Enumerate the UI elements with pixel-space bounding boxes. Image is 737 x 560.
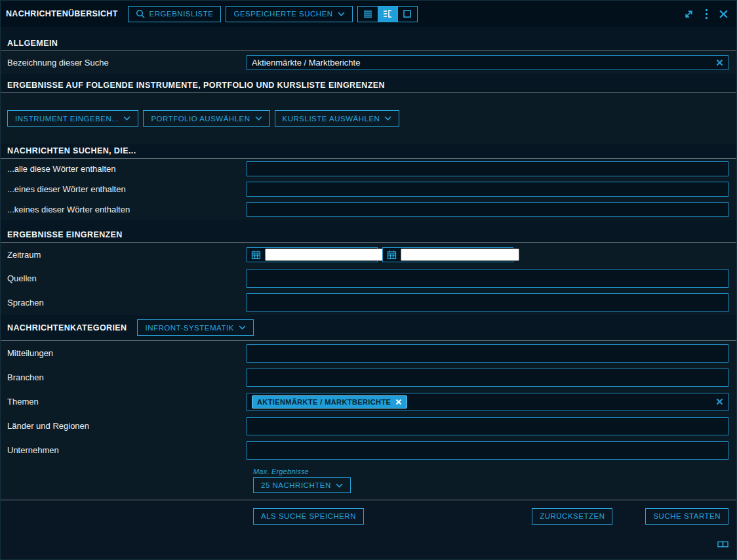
instrument-filter-row: INSTRUMENT EINGEBEN... PORTFOLIO AUSWÄHL… <box>1 93 736 144</box>
max-results-dropdown[interactable]: 25 NACHRICHTEN <box>253 477 351 493</box>
page-title: NACHRICHTENÜBERSICHT <box>6 9 118 18</box>
industries-input[interactable] <box>252 372 723 382</box>
chevron-down-icon <box>123 116 130 121</box>
countries-field[interactable] <box>247 417 728 435</box>
companies-label: Unternehmen <box>1 445 247 455</box>
sources-input[interactable] <box>252 273 723 283</box>
all-words-field[interactable] <box>247 161 728 176</box>
results-list-button[interactable]: ERGEBNISLISTE <box>128 6 222 22</box>
reset-button[interactable]: ZURÜCKSETZEN <box>532 508 612 525</box>
section-title: ERGEBNISSE AUF FOLGENDE INSTRUMENTE, POR… <box>7 81 385 90</box>
save-search-label: ALS SUCHE SPEICHERN <box>261 512 356 520</box>
chevron-down-icon <box>336 483 343 488</box>
section-header-ergebnisse-eingrenzen: ERGEBNISSE EINGRENZEN <box>1 220 736 243</box>
clear-icon[interactable] <box>716 59 723 66</box>
clear-icon[interactable] <box>716 398 723 405</box>
period-to-field[interactable] <box>382 247 513 262</box>
announcements-input[interactable] <box>252 348 723 358</box>
systematic-dropdown[interactable]: INFRONT-SYSTEMATIK <box>137 319 253 336</box>
start-search-label: SUCHE STARTEN <box>653 512 721 520</box>
remove-tag-icon[interactable] <box>395 399 402 405</box>
instrument-dropdown-label: INSTRUMENT EINGEBEN... <box>15 115 119 123</box>
search-name-row: Bezeichnung dieser Suche <box>1 51 736 74</box>
any-words-label: ...eines dieser Wörter enthalten <box>1 184 247 194</box>
section-title: NACHRICHTEN SUCHEN, DIE... <box>7 146 136 155</box>
max-results-label: Max. Ergebnisse <box>253 468 728 475</box>
calendar-icon[interactable] <box>251 250 261 260</box>
companies-row: Unternehmen <box>1 438 736 462</box>
topics-field[interactable]: AKTIENMÄRKTE / MARKTBERICHTE <box>247 393 728 411</box>
chevron-down-icon <box>255 116 262 121</box>
search-name-field[interactable] <box>247 55 728 70</box>
max-results-block: Max. Ergebnisse 25 NACHRICHTEN <box>1 462 736 500</box>
chevron-down-icon <box>384 116 391 121</box>
none-words-row: ...keines dieser Wörter enthalten <box>1 199 736 220</box>
titlebar: NACHRICHTENÜBERSICHT ERGEBNISLISTE GESPE… <box>1 1 736 27</box>
view-toggle <box>357 6 418 22</box>
any-words-row: ...eines dieser Wörter enthalten <box>1 179 736 199</box>
period-row: Zeitraum <box>1 243 736 266</box>
languages-field[interactable] <box>247 293 728 312</box>
topics-label: Themen <box>1 397 247 407</box>
split-view-icon[interactable] <box>378 7 397 22</box>
companies-input[interactable] <box>252 445 723 455</box>
chevron-down-icon <box>239 325 246 330</box>
quotelist-dropdown[interactable]: KURSLISTE AUSWÄHLEN <box>275 110 400 127</box>
search-name-input[interactable] <box>252 58 712 68</box>
none-words-input[interactable] <box>252 205 723 214</box>
link-icon[interactable] <box>717 540 728 548</box>
period-from-input[interactable] <box>265 249 384 261</box>
bottom-strip <box>1 532 736 559</box>
announcements-row: Mitteilungen <box>1 341 736 365</box>
section-header-nachrichten-suchen: NACHRICHTEN SUCHEN, DIE... <box>1 144 736 159</box>
save-search-button[interactable]: ALS SUCHE SPEICHERN <box>253 508 364 525</box>
sources-field[interactable] <box>247 269 728 288</box>
period-from-field[interactable] <box>247 247 378 262</box>
start-search-button[interactable]: SUCHE STARTEN <box>645 508 728 525</box>
portfolio-dropdown-label: PORTFOLIO AUSWÄHLEN <box>151 115 250 123</box>
all-words-input[interactable] <box>252 164 723 174</box>
close-icon[interactable] <box>719 9 728 19</box>
sources-label: Quellen <box>1 273 247 283</box>
countries-input[interactable] <box>252 421 723 431</box>
period-to-input[interactable] <box>401 249 519 261</box>
none-words-field[interactable] <box>247 202 728 217</box>
results-list-label: ERGEBNISLISTE <box>149 10 214 18</box>
sources-row: Quellen <box>1 266 736 290</box>
portfolio-dropdown[interactable]: PORTFOLIO AUSWÄHLEN <box>143 110 269 127</box>
window-controls <box>683 9 728 20</box>
saved-searches-dropdown[interactable]: GESPEICHERTE SUCHEN <box>226 6 352 22</box>
languages-input[interactable] <box>252 298 723 308</box>
search-name-label: Bezeichnung dieser Suche <box>1 58 247 68</box>
section-header-nachrichtenkategorien: NACHRICHTENKATEGORIEN INFRONT-SYSTEMATIK <box>1 315 736 341</box>
topic-tag[interactable]: AKTIENMÄRKTE / MARKTBERICHTE <box>252 395 407 409</box>
announcements-label: Mitteilungen <box>1 348 247 358</box>
period-label: Zeitraum <box>1 250 247 260</box>
section-header-instrumente: ERGEBNISSE AUF FOLGENDE INSTRUMENTE, POR… <box>1 74 736 93</box>
single-view-icon[interactable] <box>397 7 417 22</box>
topic-tag-label: AKTIENMÄRKTE / MARKTBERICHTE <box>257 398 391 406</box>
saved-searches-label: GESPEICHERTE SUCHEN <box>233 10 332 18</box>
companies-field[interactable] <box>247 441 728 460</box>
all-words-label: ...alle diese Wörter enthalten <box>1 164 247 174</box>
section-header-allgemein: ALLGEMEIN <box>1 27 736 51</box>
instrument-dropdown[interactable]: INSTRUMENT EINGEBEN... <box>7 110 138 127</box>
expand-icon[interactable] <box>683 9 694 20</box>
kebab-menu-icon[interactable] <box>705 9 708 20</box>
calendar-icon[interactable] <box>387 250 397 260</box>
announcements-field[interactable] <box>247 344 728 363</box>
section-title: ALLGEMEIN <box>7 39 58 48</box>
section-title: NACHRICHTENKATEGORIEN <box>7 323 127 332</box>
list-view-icon[interactable] <box>358 7 378 22</box>
all-words-row: ...alle diese Wörter enthalten <box>1 159 736 179</box>
industries-row: Branchen <box>1 365 736 390</box>
footer-actions: ALS SUCHE SPEICHERN ZURÜCKSETZEN SUCHE S… <box>1 500 736 532</box>
countries-label: Länder und Regionen <box>1 421 247 431</box>
any-words-input[interactable] <box>252 184 723 194</box>
chevron-down-icon <box>338 12 345 16</box>
languages-row: Sprachen <box>1 290 736 315</box>
any-words-field[interactable] <box>247 182 728 197</box>
systematic-dropdown-label: INFRONT-SYSTEMATIK <box>145 324 233 332</box>
languages-label: Sprachen <box>1 298 247 308</box>
industries-field[interactable] <box>247 369 728 387</box>
